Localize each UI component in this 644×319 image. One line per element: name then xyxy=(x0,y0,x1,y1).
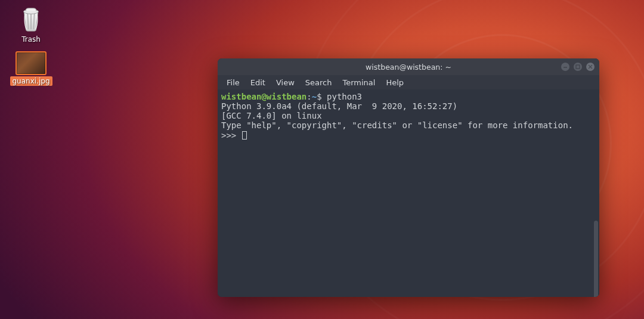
svg-rect-2 xyxy=(576,65,580,69)
window-controls xyxy=(561,63,595,71)
maximize-button[interactable] xyxy=(574,63,582,71)
menubar: File Edit View Search Terminal Help xyxy=(218,75,599,89)
menu-view[interactable]: View xyxy=(271,77,300,88)
output-line: Type "help", "copyright", "credits" or "… xyxy=(221,120,573,130)
window-title: wistbean@wistbean: ~ xyxy=(366,63,451,72)
titlebar[interactable]: wistbean@wistbean: ~ xyxy=(218,58,599,75)
menu-edit[interactable]: Edit xyxy=(245,77,271,88)
scrollbar[interactable] xyxy=(594,221,598,297)
trash-icon xyxy=(17,5,45,33)
desktop-icon-trash[interactable]: Trash xyxy=(10,5,52,44)
terminal-window[interactable]: wistbean@wistbean: ~ File Edit View Sear… xyxy=(218,58,599,297)
output-line: [GCC 7.4.0] on linux xyxy=(221,111,322,120)
menu-search[interactable]: Search xyxy=(300,77,338,88)
menu-file[interactable]: File xyxy=(221,77,245,88)
desktop-icon-label: Trash xyxy=(19,35,43,44)
desktop-icon-guanxi[interactable]: guanxi.jpg xyxy=(10,51,52,86)
menu-terminal[interactable]: Terminal xyxy=(337,77,380,88)
close-button[interactable] xyxy=(586,63,595,71)
output-line: Python 3.9.0a4 (default, Mar 9 2020, 16:… xyxy=(221,101,457,111)
minimize-button[interactable] xyxy=(561,63,569,71)
prompt-colon: : xyxy=(306,92,311,101)
image-thumbnail-icon xyxy=(16,51,47,75)
prompt-userhost: wistbean@wistbean xyxy=(221,92,306,101)
terminal-body[interactable]: wistbean@wistbean:~$ python3 Python 3.9.… xyxy=(218,89,599,297)
command-text: python3 xyxy=(327,92,362,101)
prompt-path: ~ xyxy=(312,92,317,101)
desktop-icon-label: guanxi.jpg xyxy=(10,76,52,86)
cursor-icon xyxy=(242,131,247,140)
prompt-dollar: $ xyxy=(317,92,321,101)
repl-prompt: >>> xyxy=(221,131,242,140)
menu-help[interactable]: Help xyxy=(380,77,409,88)
